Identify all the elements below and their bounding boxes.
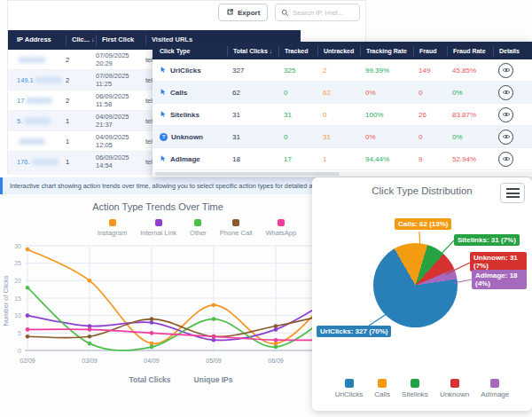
redacted-ip bbox=[19, 138, 45, 145]
svg-text:30: 30 bbox=[14, 243, 21, 249]
legend-item-instagram[interactable]: Instagram bbox=[98, 219, 127, 237]
col-details: Details bbox=[493, 46, 532, 56]
pie-label-urlclicks[interactable]: UrlClicks: 327 (70%) bbox=[317, 326, 391, 337]
question-icon: ? bbox=[160, 133, 168, 141]
legend-item-internal-link[interactable]: Internal Link bbox=[140, 219, 176, 237]
pie-legend: UrlClicks Calls Sitelinks Unknown AdImag… bbox=[312, 379, 532, 398]
col-click-type[interactable]: Click Type bbox=[153, 46, 227, 56]
col-untracked[interactable]: Untracked bbox=[317, 46, 360, 56]
col-clicks[interactable]: Clic...↓ bbox=[66, 35, 96, 45]
legend-swatch bbox=[232, 219, 239, 226]
svg-text:0: 0 bbox=[18, 348, 21, 354]
pie-label-adimage[interactable]: AdImage: 18 (4%) bbox=[472, 270, 527, 289]
legend-swatch bbox=[278, 219, 285, 226]
line-chart-plot[interactable]: 05101520253002/0903/0904/0905/0906/09Num… bbox=[0, 239, 316, 372]
col-ip-address[interactable]: IP Address bbox=[17, 35, 66, 45]
line-chart-footer: Total Clicks Unique IPs bbox=[0, 375, 316, 384]
horizontal-scrollbar[interactable] bbox=[153, 171, 532, 177]
svg-text:5: 5 bbox=[18, 330, 21, 336]
pie-chart[interactable] bbox=[373, 243, 458, 327]
svg-text:Number of Clicks: Number of Clicks bbox=[2, 275, 10, 326]
ip-fragment: 5. bbox=[17, 117, 22, 125]
col-fraud[interactable]: Fraud bbox=[413, 46, 447, 56]
ip-fragment: 17 bbox=[17, 97, 24, 105]
svg-text:04/09: 04/09 bbox=[144, 358, 160, 364]
col-tracked[interactable]: Tracked bbox=[278, 46, 317, 56]
info-banner: Interactive chart showing action trends … bbox=[0, 177, 330, 194]
svg-text:25: 25 bbox=[14, 260, 21, 266]
details-eye-button[interactable] bbox=[498, 130, 513, 145]
search-icon bbox=[281, 4, 289, 20]
table-toolbar: Export bbox=[218, 4, 360, 21]
legend-item-other[interactable]: Other bbox=[190, 219, 207, 237]
line-chart-panel: Action Type Trends Over Time Instagram I… bbox=[0, 194, 316, 417]
col-first-click[interactable]: First Click bbox=[96, 35, 145, 45]
redacted-ip bbox=[35, 77, 62, 83]
legend-item-sitelinks[interactable]: Sitelinks bbox=[402, 379, 428, 398]
svg-text:20: 20 bbox=[14, 278, 21, 284]
ip-fragment: 149.1 bbox=[17, 76, 34, 84]
legend-swatch bbox=[155, 219, 162, 226]
legend-swatch bbox=[411, 379, 419, 388]
hamburger-menu-icon[interactable] bbox=[500, 183, 525, 203]
legend-item-calls[interactable]: Calls bbox=[374, 379, 390, 398]
pie-chart-title: Click Type Distribution bbox=[312, 185, 532, 196]
search-input[interactable] bbox=[293, 9, 354, 17]
total-clicks-toggle[interactable]: Total Clicks bbox=[129, 375, 170, 384]
redacted-ip bbox=[24, 118, 51, 124]
details-eye-button[interactable] bbox=[498, 85, 513, 100]
export-label: Export bbox=[238, 9, 260, 17]
redacted-ip bbox=[32, 159, 59, 165]
legend-item-adimage[interactable]: AdImage bbox=[481, 379, 509, 398]
redacted-ip bbox=[19, 57, 45, 63]
cursor-icon bbox=[160, 88, 167, 98]
cursor-icon bbox=[160, 66, 167, 75]
table-row[interactable]: UrlClicks 327 325 2 99.39% 149 45.85% bbox=[153, 59, 532, 82]
unique-ips-toggle[interactable]: Unique IPs bbox=[194, 375, 233, 384]
pie-label-calls[interactable]: Calls: 62 (13%) bbox=[395, 218, 451, 230]
svg-text:10: 10 bbox=[14, 312, 21, 319]
table-row[interactable]: AdImage 18 17 1 94.44% 9 52.94% bbox=[153, 148, 532, 170]
legend-swatch bbox=[194, 219, 201, 226]
table-row[interactable]: Sitelinks 31 31 0 100% 26 83.87% bbox=[153, 104, 532, 126]
legend-swatch bbox=[378, 379, 387, 388]
table-row[interactable]: ?Unknown 31 0 31 0% 0 0% bbox=[153, 126, 532, 148]
svg-text:06/09: 06/09 bbox=[268, 358, 284, 364]
export-button[interactable]: Export bbox=[218, 4, 268, 21]
click-type-table-card: Click Type Total Clicks↓ Tracked Untrack… bbox=[153, 42, 532, 177]
legend-item-whatsapp[interactable]: WhatsApp bbox=[266, 219, 297, 237]
svg-text:02/09: 02/09 bbox=[20, 358, 35, 364]
svg-text:15: 15 bbox=[14, 295, 21, 302]
legend-item-phone-call[interactable]: Phone Call bbox=[220, 219, 253, 237]
redacted-ip bbox=[26, 98, 52, 104]
pie-chart-card: Click Type Distribution Calls: 62 (13%) … bbox=[312, 177, 532, 411]
click-table-header: Click Type Total Clicks↓ Tracked Untrack… bbox=[153, 42, 532, 59]
ip-fragment: 176. bbox=[17, 158, 30, 166]
legend-item-unknown[interactable]: Unknown bbox=[440, 379, 469, 398]
legend-swatch bbox=[490, 379, 499, 388]
scrollbar-thumb[interactable] bbox=[155, 172, 340, 176]
line-chart-legend: Instagram Internal Link Other Phone Call… bbox=[0, 219, 316, 237]
legend-swatch bbox=[109, 219, 116, 226]
export-icon bbox=[226, 8, 234, 18]
search-box[interactable] bbox=[275, 4, 360, 21]
details-eye-button[interactable] bbox=[498, 107, 513, 122]
col-tracking-rate[interactable]: Tracking Rate bbox=[360, 46, 413, 56]
pie-label-sitelinks[interactable]: Sitelinks: 31 (7%) bbox=[454, 234, 520, 246]
line-chart-title: Action Type Trends Over Time bbox=[0, 201, 316, 212]
cursor-icon bbox=[160, 110, 167, 120]
col-total-clicks[interactable]: Total Clicks↓ bbox=[227, 46, 278, 56]
legend-swatch bbox=[450, 379, 459, 388]
svg-text:05/09: 05/09 bbox=[206, 358, 222, 364]
table-row[interactable]: Calls 62 0 62 0% 0 0% bbox=[153, 82, 532, 104]
col-fraud-rate[interactable]: Fraud Rate bbox=[447, 46, 493, 56]
details-eye-button[interactable] bbox=[498, 63, 513, 78]
svg-text:03/09: 03/09 bbox=[82, 358, 98, 364]
details-eye-button[interactable] bbox=[498, 152, 513, 167]
legend-swatch bbox=[345, 379, 354, 388]
legend-item-urlclicks[interactable]: UrlClicks bbox=[335, 379, 364, 398]
sort-desc-icon[interactable]: ↓ bbox=[91, 36, 95, 43]
cursor-icon bbox=[160, 154, 167, 164]
sort-desc-icon[interactable]: ↓ bbox=[270, 48, 273, 54]
